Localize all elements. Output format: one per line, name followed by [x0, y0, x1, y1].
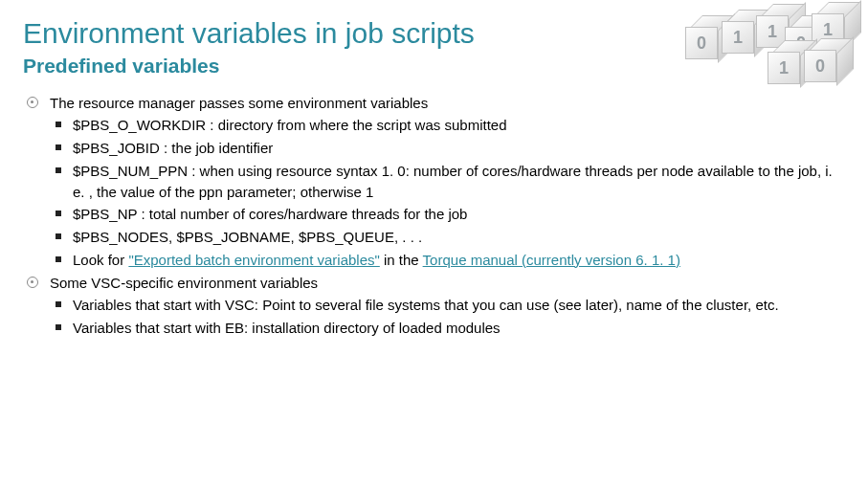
list-item: $PBS_NUM_PPN : when using resource synta… — [23, 161, 845, 203]
list-item-text: Variables that start with VSC: Point to … — [73, 297, 779, 313]
list-item: Variables that start with VSC: Point to … — [23, 295, 845, 316]
list-item-text: $PBS_NP : total number of cores/hardware… — [73, 206, 467, 222]
list-item-text: $PBS_O_WORKDIR : directory from where th… — [73, 117, 506, 133]
cube-face: 0 — [685, 27, 718, 59]
list-item-text-prefix: Look for — [73, 252, 128, 268]
list-item: $PBS_O_WORKDIR : directory from where th… — [23, 115, 845, 136]
content-body: The resource manager passes some environ… — [23, 93, 845, 339]
cube-face: 1 — [722, 21, 754, 54]
ring-bullet-icon — [27, 97, 38, 108]
list-item-text: $PBS_NODES, $PBS_JOBNAME, $PBS_QUEUE, . … — [73, 229, 422, 245]
list-item: $PBS_NODES, $PBS_JOBNAME, $PBS_QUEUE, . … — [23, 227, 845, 248]
ring-bullet-icon — [27, 277, 38, 288]
list-item-text: $PBS_NUM_PPN : when using resource synta… — [73, 163, 833, 200]
list-item: Look for "Exported batch environment var… — [23, 250, 845, 271]
list-item-text: Variables that start with EB: installati… — [73, 320, 501, 336]
list-item-text-mid: in the — [380, 252, 423, 268]
exported-vars-link[interactable]: "Exported batch environment variables" — [128, 252, 379, 268]
cube-face: 1 — [768, 52, 800, 84]
torque-manual-link[interactable]: Torque manual (currently version 6. 1. 1… — [423, 252, 680, 268]
list-item-text: $PBS_JOBID : the job identifier — [73, 140, 273, 156]
list-item-text: The resource manager passes some environ… — [50, 95, 428, 111]
list-item: The resource manager passes some environ… — [23, 93, 845, 114]
cube-face: 0 — [804, 50, 836, 82]
slide: 0 1 1 0 1 1 0 Environment variables in j… — [0, 0, 868, 488]
list-item-text: Some VSC-specific environment variables — [50, 275, 318, 291]
list-item: $PBS_JOBID : the job identifier — [23, 138, 845, 159]
decorative-cubes: 0 1 1 0 1 1 0 — [681, 6, 858, 82]
list-item: $PBS_NP : total number of cores/hardware… — [23, 204, 845, 225]
list-item: Variables that start with EB: installati… — [23, 318, 845, 339]
list-item: Some VSC-specific environment variables — [23, 273, 845, 294]
